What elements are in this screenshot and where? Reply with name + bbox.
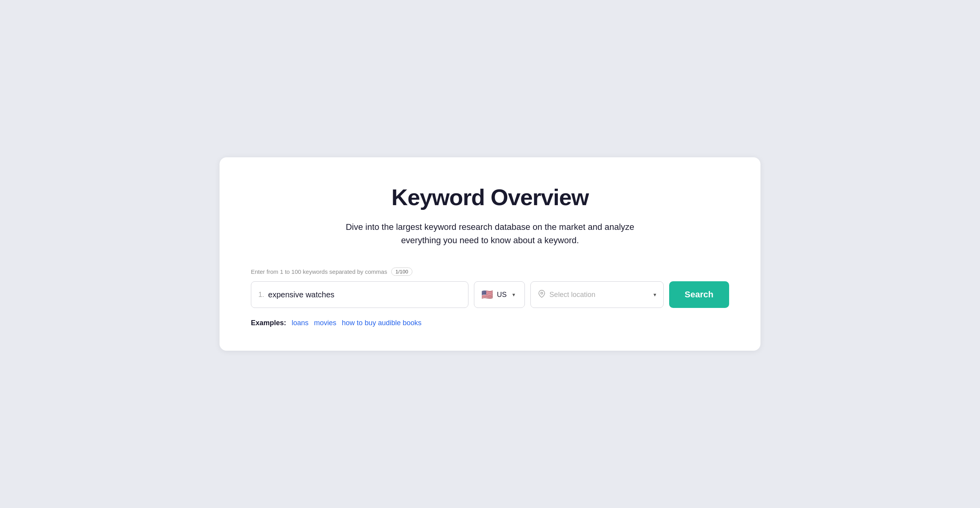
country-selector[interactable]: 🇺🇸 US ▾ xyxy=(474,281,525,308)
location-pin-icon xyxy=(538,290,546,300)
keyword-number: 1. xyxy=(258,291,264,299)
examples-row: Examples: loans movies how to buy audibl… xyxy=(251,319,729,327)
svg-point-0 xyxy=(541,292,543,294)
main-card: Keyword Overview Dive into the largest k… xyxy=(220,157,760,351)
example-link-audible[interactable]: how to buy audible books xyxy=(342,319,421,327)
examples-label: Examples: xyxy=(251,319,286,327)
location-placeholder: Select location xyxy=(550,291,648,299)
page-subtitle: Dive into the largest keyword research d… xyxy=(337,220,643,247)
location-selector[interactable]: Select location ▾ xyxy=(530,281,664,308)
country-flag: 🇺🇸 xyxy=(481,290,493,299)
location-chevron-icon: ▾ xyxy=(653,291,656,298)
page-title: Keyword Overview xyxy=(251,185,729,210)
example-link-movies[interactable]: movies xyxy=(314,319,336,327)
search-row: 1. 🇺🇸 US ▾ Select location ▾ Search xyxy=(251,281,729,308)
keyword-input-wrapper: 1. xyxy=(251,281,468,308)
keyword-count-label: Enter from 1 to 100 keywords separated b… xyxy=(251,268,729,276)
example-link-loans[interactable]: loans xyxy=(292,319,309,327)
keyword-count-badge: 1/100 xyxy=(391,268,413,276)
country-chevron-icon: ▾ xyxy=(512,291,515,298)
keyword-input[interactable] xyxy=(268,290,461,299)
country-code: US xyxy=(497,291,507,299)
search-button[interactable]: Search xyxy=(669,281,729,308)
